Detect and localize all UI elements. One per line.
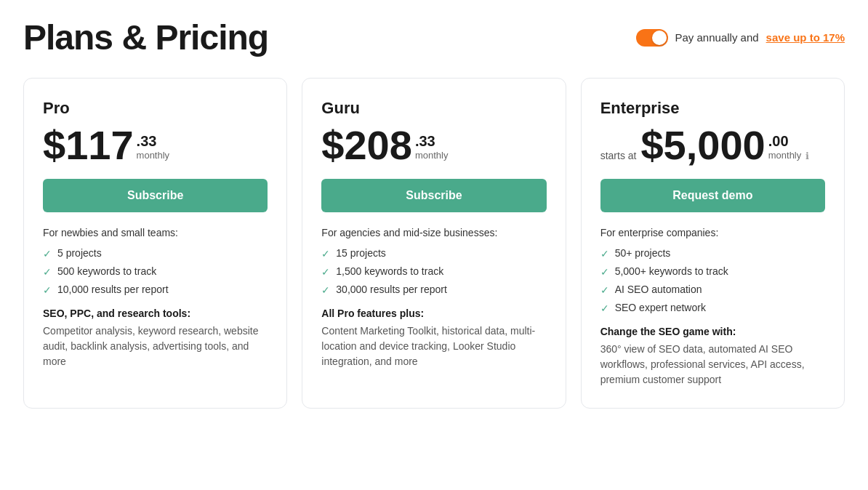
enterprise-cta-button[interactable]: Request demo — [600, 179, 825, 212]
price-row: $208 .33 monthly — [321, 125, 546, 166]
feature-item: ✓ 5 projects — [43, 247, 268, 260]
feature-text: SEO expert network — [615, 302, 706, 313]
feature-text: 5,000+ keywords to track — [615, 265, 728, 277]
plan-card-guru: Guru $208 .33 monthly Subscribe For agen… — [302, 78, 566, 409]
plan-card-pro: Pro $117 .33 monthly Subscribe For newbi… — [23, 78, 287, 409]
feature-text: 10,000 results per report — [57, 284, 169, 295]
feature-text: 1,500 keywords to track — [336, 265, 443, 277]
for-label: For newbies and small teams: — [43, 227, 268, 238]
features-list: ✓ 15 projects ✓ 1,500 keywords to track … — [321, 247, 546, 296]
price-row: $117 .33 monthly — [43, 125, 268, 166]
plan-name: Enterprise — [600, 99, 825, 118]
check-icon: ✓ — [43, 284, 52, 296]
price-cents: .33 — [415, 132, 449, 150]
feature-item: ✓ 10,000 results per report — [43, 284, 268, 296]
feature-item: ✓ 1,500 keywords to track — [321, 265, 546, 278]
annual-billing-toggle[interactable] — [636, 29, 668, 47]
feature-item: ✓ 15 projects — [321, 247, 546, 260]
check-icon: ✓ — [600, 266, 609, 278]
tools-desc: 360° view of SEO data, automated AI SEO … — [600, 342, 825, 387]
price-starts: starts at — [600, 150, 637, 161]
tools-heading: Change the SEO game with: — [600, 326, 825, 337]
plans-grid: Pro $117 .33 monthly Subscribe For newbi… — [23, 78, 845, 409]
info-icon: ℹ — [805, 150, 809, 161]
tools-heading: SEO, PPC, and research tools: — [43, 308, 268, 319]
tools-desc: Content Marketing Toolkit, historical da… — [321, 324, 546, 369]
features-list: ✓ 5 projects ✓ 500 keywords to track ✓ 1… — [43, 247, 268, 296]
feature-text: 50+ projects — [615, 247, 671, 259]
feature-item: ✓ SEO expert network — [600, 302, 825, 314]
price-cents-block: .33 monthly — [415, 132, 449, 161]
feature-item: ✓ 500 keywords to track — [43, 265, 268, 278]
feature-text: 500 keywords to track — [57, 265, 156, 277]
check-icon: ✓ — [43, 248, 52, 260]
feature-text: 30,000 results per report — [336, 284, 447, 295]
feature-text: AI SEO automation — [615, 284, 702, 295]
feature-item: ✓ AI SEO automation — [600, 284, 825, 296]
feature-item: ✓ 30,000 results per report — [321, 284, 546, 296]
check-icon: ✓ — [321, 266, 330, 278]
tools-desc: Competitor analysis, keyword research, w… — [43, 324, 268, 369]
check-icon: ✓ — [600, 302, 609, 314]
feature-item: ✓ 5,000+ keywords to track — [600, 265, 825, 278]
for-label: For enterprise companies: — [600, 227, 825, 238]
for-label: For agencies and mid-size businesses: — [321, 227, 546, 238]
price-main: $5,000 — [640, 125, 765, 166]
price-main: $208 — [321, 125, 412, 166]
feature-text: 5 projects — [57, 247, 102, 259]
price-cents: .00 — [768, 132, 802, 150]
page-title: Plans & Pricing — [23, 17, 268, 57]
check-icon: ✓ — [600, 248, 609, 260]
plan-name: Guru — [321, 99, 546, 118]
price-main: $117 — [43, 125, 134, 166]
pro-cta-button[interactable]: Subscribe — [43, 179, 268, 212]
price-cents: .33 — [137, 132, 170, 150]
billing-label: Pay annually and — [675, 31, 759, 44]
plan-card-enterprise: Enterprise starts at $5,000 .00 monthly … — [581, 78, 845, 409]
price-period: monthly — [415, 150, 449, 161]
price-period: monthly — [768, 150, 802, 161]
features-list: ✓ 50+ projects ✓ 5,000+ keywords to trac… — [600, 247, 825, 314]
billing-toggle-area: Pay annually and save up to 17% — [636, 29, 845, 47]
check-icon: ✓ — [321, 284, 330, 296]
price-period: monthly — [137, 150, 170, 161]
feature-text: 15 projects — [336, 247, 385, 259]
feature-item: ✓ 50+ projects — [600, 247, 825, 260]
plan-name: Pro — [43, 99, 268, 118]
check-icon: ✓ — [600, 284, 609, 296]
guru-cta-button[interactable]: Subscribe — [321, 179, 546, 212]
save-label: save up to 17% — [766, 31, 845, 44]
tools-heading: All Pro features plus: — [321, 308, 546, 319]
check-icon: ✓ — [43, 266, 52, 278]
price-cents-block: .33 monthly — [137, 132, 170, 161]
price-row: starts at $5,000 .00 monthly ℹ — [600, 125, 825, 166]
price-cents-block: .00 monthly — [768, 132, 802, 161]
check-icon: ✓ — [321, 248, 330, 260]
